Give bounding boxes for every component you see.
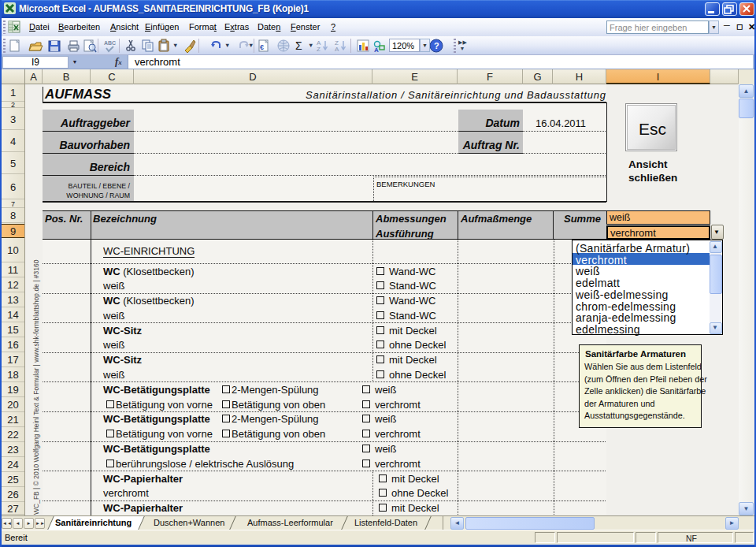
svg-text:Z: Z: [317, 46, 321, 53]
svg-text:A: A: [335, 46, 339, 53]
svg-text:Σ: Σ: [295, 39, 302, 52]
svg-text:?: ?: [434, 41, 439, 50]
svg-text:ABC: ABC: [104, 40, 116, 46]
svg-text:€: €: [260, 43, 264, 51]
svg-text:A: A: [374, 47, 379, 54]
